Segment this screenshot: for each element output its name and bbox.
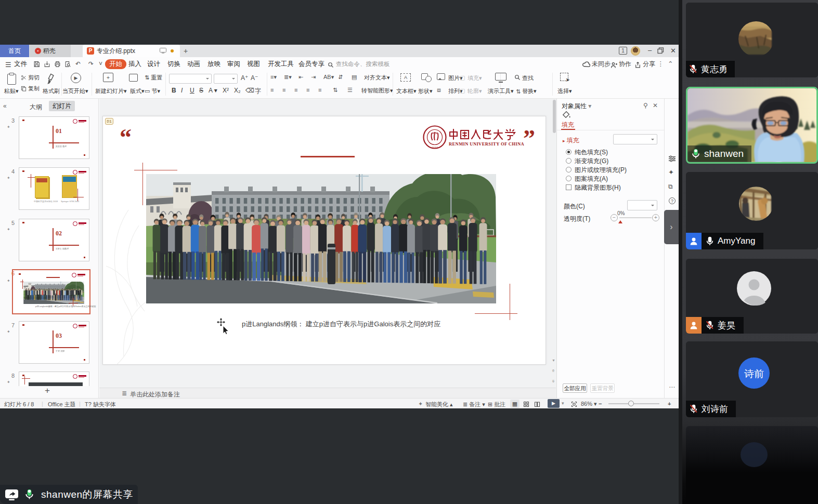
svg-text:诗前: 诗前	[744, 368, 764, 379]
svg-text:1 9 3 7: 1 9 3 7	[432, 147, 438, 149]
